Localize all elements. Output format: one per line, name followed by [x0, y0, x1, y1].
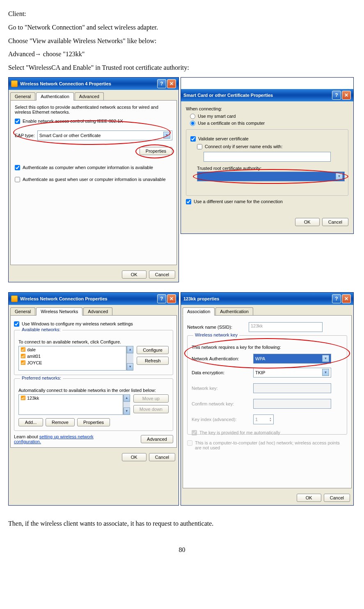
signal-icon: 📶	[21, 360, 25, 365]
configure-button[interactable]: Configure	[137, 346, 169, 354]
key-index-spinner: 1 ▲▼	[253, 414, 274, 424]
learn-text: Learn about	[14, 434, 39, 439]
close-button[interactable]: ✕	[167, 294, 176, 303]
trusted-root-label: Trusted root certificate authority:	[197, 166, 344, 171]
use-smartcard-radio[interactable]	[190, 114, 195, 119]
add-button[interactable]: Add...	[18, 418, 43, 426]
ok-button[interactable]: OK	[122, 270, 147, 279]
title-text: Wireless Network Connection 4 Properties	[20, 81, 111, 86]
doc-line-6: Then, if the wireless client wants to as…	[8, 518, 356, 530]
when-connecting-label: When connecting:	[186, 106, 348, 111]
tab-authentication[interactable]: Authentication	[36, 92, 74, 101]
titlebar[interactable]: 123kk properties ? ✕	[181, 293, 353, 305]
movedown-button[interactable]: Move down	[133, 405, 169, 413]
doc-line-2: Go to "Network Connection" and select wi…	[8, 22, 356, 34]
cancel-button[interactable]: Cancel	[149, 270, 175, 279]
preferred-networks-title: Preferred networks:	[20, 375, 63, 380]
connect-only-checkbox[interactable]	[197, 144, 202, 149]
chevron-down-icon: ▼	[322, 369, 329, 376]
moveup-button[interactable]: Move up	[133, 394, 169, 403]
titlebar[interactable]: Wireless Network Connection Properties ?…	[9, 293, 179, 305]
trusted-root-combo[interactable]: ▼	[197, 172, 345, 181]
tab-authentication[interactable]: Authentication	[215, 307, 253, 316]
use-windows-label: Use Windows to configure my wireless net…	[22, 321, 133, 326]
page-number: 80	[8, 546, 356, 554]
list-item: 📶amit01	[19, 353, 126, 359]
tab-wireless[interactable]: Wireless Networks	[36, 307, 82, 316]
doc-line-3: Choose "View available Wireless Networks…	[8, 35, 356, 47]
network-key-label: Network key:	[192, 386, 249, 391]
close-button[interactable]: ✕	[342, 91, 351, 100]
adhoc-label: This is a computer-to-computer (ad hoc) …	[195, 440, 347, 450]
help-button[interactable]: ?	[332, 91, 341, 100]
chevron-down-icon: ▼	[322, 355, 329, 362]
scroll-down-icon[interactable]: ▼	[124, 408, 130, 415]
app-icon	[11, 295, 18, 302]
scrollbar[interactable]: ▲ ▼	[123, 394, 130, 415]
doc-line-client: Client:	[8, 8, 356, 20]
properties-button[interactable]: Properties	[140, 147, 172, 155]
cancel-button[interactable]: Cancel	[324, 494, 350, 502]
available-desc: To connect to an available network, clic…	[18, 339, 169, 344]
preferred-networks-list[interactable]: 📶123kk	[18, 394, 123, 415]
advanced-button[interactable]: Advanced	[141, 435, 173, 443]
tab-association[interactable]: Association	[183, 307, 215, 316]
help-button[interactable]: ?	[332, 294, 341, 303]
data-enc-combo[interactable]: TKIP ▼	[253, 368, 331, 378]
wireless-key-title: Wireless network key	[193, 332, 239, 337]
properties-button[interactable]: Properties	[77, 418, 110, 426]
list-item: 📶dale	[19, 346, 126, 353]
cancel-button[interactable]: Cancel	[149, 453, 175, 461]
ok-button[interactable]: OK	[122, 453, 147, 461]
use-cert-radio[interactable]	[190, 121, 195, 126]
tab-advanced[interactable]: Advanced	[83, 307, 112, 316]
close-button[interactable]: ✕	[342, 294, 351, 303]
list-item: 📶123kk	[19, 395, 123, 401]
scroll-up-icon[interactable]: ▲	[127, 346, 133, 353]
eap-type-label: EAP type:	[15, 133, 35, 138]
diff-user-label: Use a different user name for the connec…	[194, 199, 283, 204]
refresh-button[interactable]: Refresh	[137, 357, 169, 365]
enable-8021x-label: Enable network access control using IEEE…	[23, 119, 123, 124]
ok-button[interactable]: OK	[295, 218, 320, 226]
tab-general[interactable]: General	[10, 92, 35, 101]
help-button[interactable]: ?	[157, 79, 166, 88]
signal-icon: 📶	[21, 396, 25, 400]
available-networks-list[interactable]: 📶dale 📶amit01 📶JOYCE	[18, 346, 126, 371]
scrollbar[interactable]: ▲ ▼	[126, 346, 133, 371]
desc-text: Select this option to provide authentica…	[15, 105, 172, 114]
auth-guest-checkbox[interactable]	[15, 177, 20, 182]
help-button[interactable]: ?	[157, 294, 166, 303]
auth-guest-label: Authenticate as guest when user or compu…	[23, 177, 166, 182]
server-name-input[interactable]	[204, 152, 331, 162]
chevron-down-icon: ▼	[336, 173, 343, 180]
titlebar[interactable]: Smart Card or other Certificate Properti…	[181, 89, 353, 101]
enable-8021x-checkbox[interactable]	[15, 119, 20, 124]
scroll-up-icon[interactable]: ▲	[124, 394, 130, 402]
close-button[interactable]: ✕	[167, 79, 176, 88]
ok-button[interactable]: OK	[297, 494, 321, 502]
eap-type-combo[interactable]: Smart Card or other Certificate ▼	[37, 130, 172, 140]
net-auth-combo[interactable]: WPA ▼	[253, 354, 331, 364]
app-icon	[11, 80, 18, 87]
doc-line-4: Advanced→ choose "123kk"	[8, 48, 356, 60]
tab-advanced[interactable]: Advanced	[75, 92, 104, 101]
net-auth-label: Network Authentication:	[192, 356, 249, 361]
dialog-123kk-properties: 123kk properties ? ✕ Association Authent…	[181, 292, 354, 506]
validate-checkbox[interactable]	[190, 136, 196, 142]
diff-user-checkbox[interactable]	[186, 199, 191, 204]
titlebar[interactable]: Wireless Network Connection 4 Properties…	[9, 78, 179, 90]
net-auth-value: WPA	[255, 356, 265, 361]
doc-line-5: Select "WirelessCA and Enable" in Truste…	[8, 62, 356, 74]
tab-general[interactable]: General	[10, 307, 35, 316]
key-index-label: Key index (advanced):	[192, 417, 249, 422]
auth-computer-checkbox[interactable]	[15, 165, 20, 170]
use-windows-checkbox[interactable]	[14, 321, 19, 327]
signal-icon: 📶	[21, 354, 25, 358]
preferred-desc: Automatically connect to available netwo…	[18, 388, 169, 393]
cancel-button[interactable]: Cancel	[322, 218, 348, 226]
list-item: 📶JOYCE	[19, 359, 126, 366]
scroll-down-icon[interactable]: ▼	[127, 363, 133, 371]
validate-label: Validate server certificate	[198, 136, 249, 141]
remove-button[interactable]: Remove	[46, 418, 75, 426]
